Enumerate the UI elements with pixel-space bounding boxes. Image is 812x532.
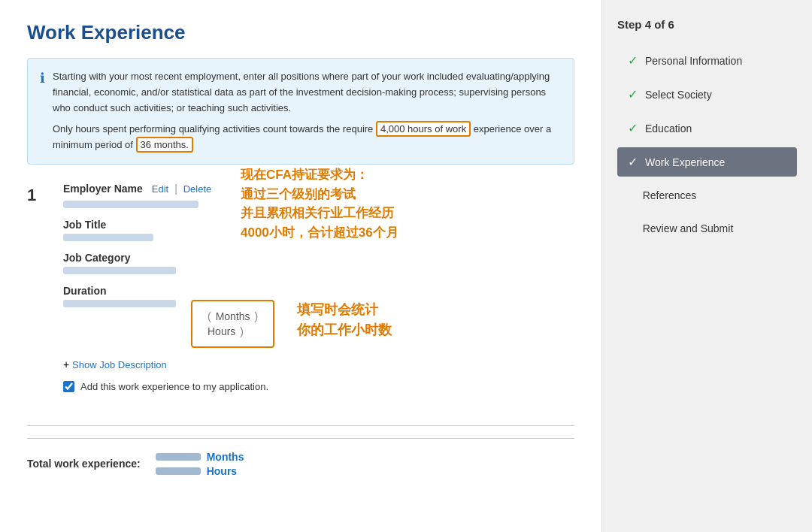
page-title: Work Experience (27, 21, 574, 44)
show-job-container: + Show Job Description (63, 358, 574, 370)
total-hours-row: Hours (156, 465, 244, 477)
check-icon: ✓ (628, 53, 638, 68)
total-hours-unit: Hours (207, 465, 237, 477)
step-label-review: Review and Submit (643, 222, 734, 234)
employer-header: Employer Name Edit | Delete (63, 183, 574, 195)
highlight-hours: 4,000 hours of work (376, 121, 471, 137)
job-title-label: Job Title (63, 219, 574, 231)
check-icon: ✓ (628, 87, 638, 101)
total-values: Months Hours (156, 451, 244, 477)
sidebar-item-review[interactable]: ○Review and Submit (617, 214, 797, 243)
empty-icon: ○ (628, 222, 635, 235)
sidebar-item-personal[interactable]: ✓Personal Information (617, 46, 797, 75)
step-list: ✓Personal Information✓Select Society✓Edu… (617, 46, 797, 243)
separator: | (174, 183, 177, 195)
divider (27, 425, 574, 426)
info-icon: ℹ (40, 70, 45, 153)
duration-fields (63, 300, 176, 307)
show-job-link[interactable]: Show Job Description (72, 359, 167, 370)
annotation-2-text: 填写时会统计 你的工作小时数 (297, 300, 392, 340)
highlight-months: 36 months. (136, 137, 193, 153)
edit-link[interactable]: Edit (152, 183, 168, 195)
hours-counter: Hours ) (208, 324, 258, 339)
main-content: Work Experience ℹ Starting with your mos… (0, 0, 601, 532)
total-months-row: Months (156, 451, 244, 463)
check-icon: ✓ (628, 155, 638, 169)
info-text: Starting with your most recent employmen… (53, 69, 562, 153)
step-label-society: Select Society (645, 89, 712, 101)
step-header: Step 4 of 6 (617, 18, 797, 31)
months-label: Months (216, 310, 250, 322)
info-box: ℹ Starting with your most recent employm… (27, 58, 574, 165)
counter-box: ( Months ) Hours ) (191, 300, 274, 348)
employer-name-value (63, 201, 198, 208)
total-hours-bar (156, 467, 201, 475)
checkbox-row: Add this work experience to my applicati… (63, 381, 574, 392)
info-paragraph-2: Only hours spent performing qualifying a… (53, 122, 562, 153)
empty-icon: ○ (628, 189, 635, 202)
employer-actions: Edit | Delete (152, 183, 211, 195)
total-months-unit: Months (207, 451, 244, 463)
total-section: Total work experience: Months Hours (27, 438, 574, 477)
sidebar: Step 4 of 6 ✓Personal Information✓Select… (601, 0, 812, 532)
months-counter: ( Months ) (208, 309, 258, 324)
show-job-prefix: + (63, 358, 72, 370)
total-months-bar (156, 453, 201, 461)
sidebar-item-work[interactable]: ✓Work Experience (617, 147, 797, 177)
employer-form: Employer Name Edit | Delete Job Title Jo… (63, 183, 574, 410)
info-paragraph-1: Starting with your most recent employmen… (53, 69, 562, 116)
duration-field: Duration ( Months ) Hours (63, 285, 574, 348)
delete-link[interactable]: Delete (183, 183, 212, 195)
duration-row: ( Months ) Hours ) 填写时会统计 你的工作小时数 (63, 300, 574, 348)
employer-number: 1 (27, 186, 45, 410)
job-category-value (63, 267, 176, 274)
sidebar-item-education[interactable]: ✓Education (617, 113, 797, 143)
step-label-personal: Personal Information (645, 55, 742, 67)
sidebar-item-references[interactable]: ○References (617, 181, 797, 210)
add-experience-checkbox[interactable] (63, 381, 74, 392)
add-experience-label: Add this work experience to my applicati… (80, 381, 268, 392)
info-text2-prefix: Only hours spent performing qualifying a… (53, 123, 373, 135)
total-label: Total work experience: (27, 458, 141, 470)
hours-label: Hours (208, 325, 235, 337)
job-category-field: Job Category (63, 252, 574, 274)
step-label-references: References (643, 189, 697, 201)
duration-value-1 (63, 300, 176, 307)
duration-label: Duration (63, 285, 574, 297)
sidebar-item-society[interactable]: ✓Select Society (617, 80, 797, 109)
check-icon: ✓ (628, 121, 638, 135)
job-title-field: Job Title (63, 219, 574, 241)
job-title-value (63, 234, 153, 241)
job-category-label: Job Category (63, 252, 574, 264)
step-label-education: Education (645, 122, 692, 135)
employer-name-label: Employer Name (63, 183, 143, 195)
employer-section: 1 Employer Name Edit | Delete Job Title … (27, 183, 574, 410)
step-label-work: Work Experience (645, 156, 725, 168)
